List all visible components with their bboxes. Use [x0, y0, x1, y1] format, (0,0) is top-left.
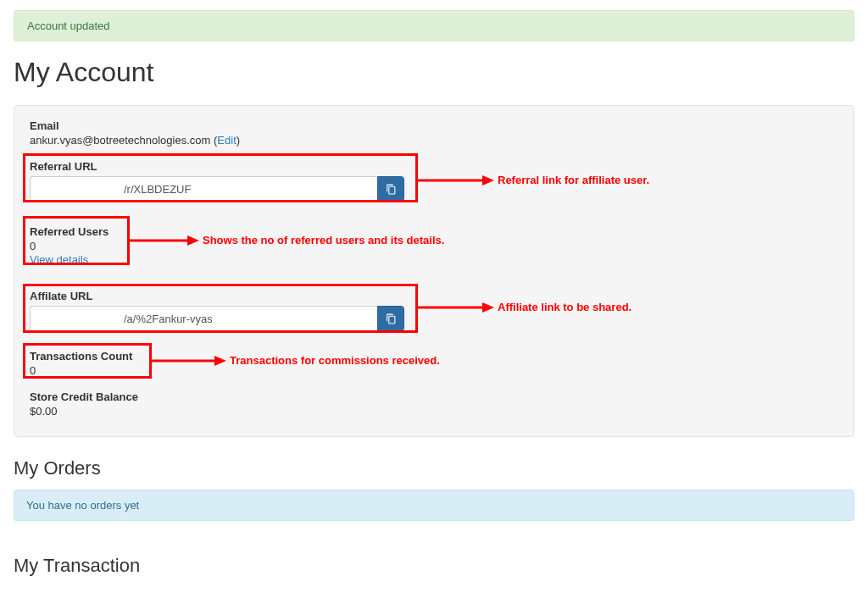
affiliate-input[interactable] [30, 306, 377, 331]
email-value: ankur.vyas@botreetechnologies.com [30, 134, 210, 147]
transaction-heading: My Transaction [14, 555, 854, 577]
annotation-affiliate: Affiliate link to be shared. [498, 301, 632, 313]
referral-copy-button[interactable] [377, 176, 404, 202]
affiliate-copy-button[interactable] [377, 306, 404, 331]
credit-value: $0.00 [30, 405, 838, 418]
annotation-referral: Referral link for affiliate user. [498, 174, 649, 186]
no-orders-alert: You have no orders yet [14, 490, 854, 521]
email-label: Email [30, 119, 838, 132]
copy-icon [386, 313, 397, 324]
view-details-link[interactable]: View details [30, 253, 88, 266]
affiliate-block: Affilate URL [30, 290, 838, 331]
annotation-transactions: Transactions for commissions received. [230, 354, 440, 367]
account-panel: Email ankur.vyas@botreetechnologies.com … [14, 105, 854, 437]
credit-label: Store Credit Balance [30, 390, 838, 403]
referral-input-row [30, 176, 404, 202]
orders-heading: My Orders [14, 457, 854, 479]
referral-label: Referral URL [30, 160, 838, 173]
edit-link[interactable]: Edit [217, 134, 236, 147]
email-row: ankur.vyas@botreetechnologies.com (Edit) [30, 134, 838, 147]
copy-icon [386, 184, 397, 195]
paren-close: ) [236, 134, 240, 147]
alert-success: Account updated [14, 10, 854, 42]
annotation-referred: Shows the no of referred users and its d… [203, 234, 444, 246]
credit-block: Store Credit Balance $0.00 [30, 390, 838, 418]
referral-input[interactable] [30, 176, 377, 202]
affiliate-input-row [30, 306, 404, 331]
page-title: My Account [14, 57, 854, 88]
email-block: Email ankur.vyas@botreetechnologies.com … [30, 119, 838, 147]
referral-block: Referral URL [30, 160, 838, 202]
affiliate-label: Affilate URL [30, 290, 838, 302]
